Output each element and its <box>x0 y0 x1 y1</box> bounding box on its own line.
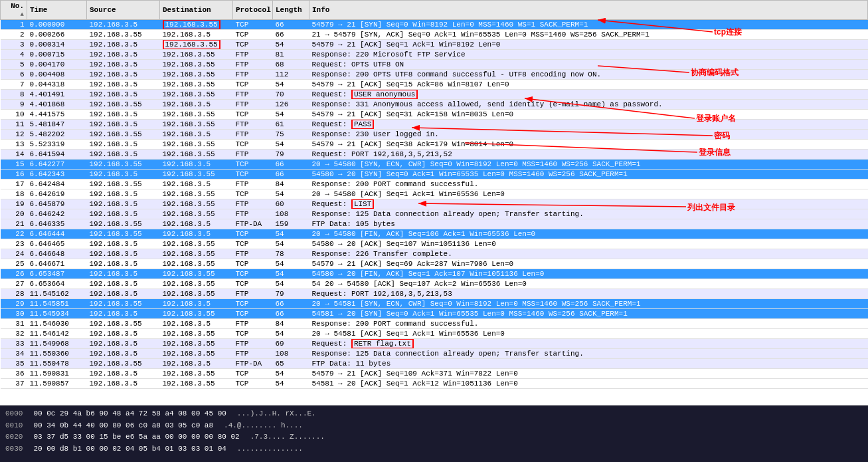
table-row[interactable]: 27 6.653664 192.168.3.5 192.168.3.55 TCP… <box>1 279 868 289</box>
pkt-dst: 192.168.3.55 <box>160 20 233 30</box>
pkt-dst: 192.168.3.5 <box>160 130 233 140</box>
pkt-src: 192.168.3.55 <box>87 359 160 369</box>
table-row[interactable]: 23 6.646465 192.168.3.5 192.168.3.55 TCP… <box>1 239 868 249</box>
pkt-src: 192.168.3.5 <box>87 249 160 259</box>
table-row[interactable]: 16 6.642343 192.168.3.5 192.168.3.55 TCP… <box>1 170 868 179</box>
pkt-dst: 192.168.3.55 <box>160 369 233 379</box>
table-row[interactable]: 24 6.646648 192.168.3.5 192.168.3.55 FTP… <box>1 249 868 259</box>
pkt-len: 108 <box>273 349 309 359</box>
table-row[interactable]: 5 0.004170 192.168.3.5 192.168.3.55 FTP … <box>1 60 868 70</box>
col-header-length[interactable]: Length <box>273 1 309 20</box>
table-row[interactable]: 8 4.401491 192.168.3.5 192.168.3.55 FTP … <box>1 90 868 100</box>
pkt-dst: 192.168.3.55 <box>160 40 233 50</box>
pkt-len: 54 <box>273 229 309 239</box>
pkt-dst: 192.168.3.5 <box>160 30 233 40</box>
table-row[interactable]: 17 6.642484 192.168.3.55 192.168.3.5 FTP… <box>1 179 868 189</box>
pkt-src: 192.168.3.55 <box>87 319 160 329</box>
pkt-src: 192.168.3.5 <box>87 110 160 120</box>
table-row[interactable]: 12 5.482202 192.168.3.55 192.168.3.5 FTP… <box>1 130 868 140</box>
pkt-time: 0.044318 <box>27 80 87 90</box>
col-header-source[interactable]: Source <box>87 1 160 20</box>
pkt-time: 11.590857 <box>27 379 87 389</box>
pkt-time: 0.000000 <box>27 20 87 30</box>
col-header-protocol[interactable]: Protocol <box>233 1 273 20</box>
packet-table-container[interactable]: No. ▲ Time Source Destination Protocol L… <box>0 0 868 405</box>
table-row[interactable]: 29 11.545851 192.168.3.55 192.168.3.5 TC… <box>1 299 868 309</box>
col-header-time[interactable]: Time <box>27 1 87 20</box>
pkt-info: 20 → 54580 [SYN, ECN, CWR] Seq=0 Win=819… <box>309 160 868 170</box>
pkt-len: 54 <box>273 369 309 379</box>
table-row[interactable]: 9 4.401868 192.168.3.55 192.168.3.5 FTP … <box>1 100 868 110</box>
table-row[interactable]: 22 6.646444 192.168.3.55 192.168.3.5 TCP… <box>1 229 868 239</box>
pkt-len: 126 <box>273 100 309 110</box>
table-row[interactable]: 34 11.550360 192.168.3.5 192.168.3.55 FT… <box>1 349 868 359</box>
pkt-time: 5.482202 <box>27 130 87 140</box>
table-row[interactable]: 1 0.000000 192.168.3.5 192.168.3.55 TCP … <box>1 20 868 30</box>
pkt-dst: 192.168.3.55 <box>160 90 233 100</box>
pkt-proto: FTP-DA <box>233 359 273 369</box>
pkt-no: 13 <box>1 140 27 150</box>
pkt-src: 192.168.3.5 <box>87 70 160 80</box>
pkt-src: 192.168.3.55 <box>87 160 160 170</box>
table-row[interactable]: 2 0.000266 192.168.3.55 192.168.3.5 TCP … <box>1 30 868 40</box>
pkt-time: 11.590831 <box>27 369 87 379</box>
pkt-no: 34 <box>1 349 27 359</box>
pkt-no: 6 <box>1 70 27 80</box>
pkt-time: 0.000715 <box>27 50 87 60</box>
pkt-proto: TCP <box>233 80 273 90</box>
table-row[interactable]: 14 6.641594 192.168.3.5 192.168.3.55 FTP… <box>1 150 868 160</box>
table-row[interactable]: 31 11.546030 192.168.3.55 192.168.3.5 FT… <box>1 319 868 329</box>
pkt-len: 66 <box>273 160 309 170</box>
pkt-time: 11.546142 <box>27 329 87 339</box>
pkt-dst: 192.168.3.5 <box>160 359 233 369</box>
table-row[interactable]: 26 6.653487 192.168.3.5 192.168.3.55 TCP… <box>1 269 868 279</box>
table-row[interactable]: 7 0.044318 192.168.3.5 192.168.3.55 TCP … <box>1 80 868 90</box>
table-row[interactable]: 33 11.549968 192.168.3.5 192.168.3.55 FT… <box>1 339 868 349</box>
table-row[interactable]: 3 0.000314 192.168.3.5 192.168.3.55 TCP … <box>1 40 868 50</box>
table-row[interactable]: 10 4.441575 192.168.3.5 192.168.3.55 TCP… <box>1 110 868 120</box>
table-row[interactable]: 35 11.550478 192.168.3.55 192.168.3.5 FT… <box>1 359 868 369</box>
pkt-proto: FTP <box>233 90 273 100</box>
pkt-info: Request: OPTS UTF8 ON <box>309 60 868 70</box>
pkt-no: 16 <box>1 170 27 179</box>
table-row[interactable]: 20 6.646242 192.168.3.5 192.168.3.55 FTP… <box>1 209 868 219</box>
table-row[interactable]: 15 6.642277 192.168.3.55 192.168.3.5 TCP… <box>1 160 868 170</box>
pkt-src: 192.168.3.55 <box>87 30 160 40</box>
table-row[interactable]: 11 5.481847 192.168.3.5 192.168.3.55 FTP… <box>1 120 868 130</box>
table-row[interactable]: 36 11.590831 192.168.3.5 192.168.3.55 TC… <box>1 369 868 379</box>
pkt-src: 192.168.3.5 <box>87 279 160 289</box>
pkt-src: 192.168.3.5 <box>87 289 160 299</box>
table-row[interactable]: 28 11.545162 192.168.3.5 192.168.3.55 FT… <box>1 289 868 299</box>
pkt-info: 21 → 54579 [SYN, ACK] Seq=0 Ack=1 Win=65… <box>309 30 868 40</box>
pkt-dst: 192.168.3.55 <box>160 60 233 70</box>
pkt-info: 20 → 54580 [FIN, ACK] Seq=106 Ack=1 Win=… <box>309 229 868 239</box>
table-row[interactable]: 4 0.000715 192.168.3.5 192.168.3.55 FTP … <box>1 50 868 60</box>
table-row[interactable]: 21 6.646335 192.168.3.55 192.168.3.5 FTP… <box>1 219 868 229</box>
pkt-time: 6.642484 <box>27 179 87 189</box>
pkt-proto: TCP <box>233 379 273 389</box>
pkt-proto: FTP <box>233 130 273 140</box>
hex-row: 001000 34 0b 44 40 00 80 06 c0 a8 03 05 … <box>5 420 863 432</box>
table-row[interactable]: 19 6.645879 192.168.3.5 192.168.3.55 FTP… <box>1 199 868 209</box>
pkt-info: Response: 125 Data connection already op… <box>309 349 868 359</box>
pkt-info: 54580 → 20 [ACK] Seq=107 Win=1051136 Len… <box>309 239 868 249</box>
table-row[interactable]: 37 11.590857 192.168.3.5 192.168.3.55 TC… <box>1 379 868 389</box>
table-row[interactable]: 25 6.646671 192.168.3.5 192.168.3.55 TCP… <box>1 259 868 269</box>
pkt-proto: FTP <box>233 120 273 130</box>
pkt-proto: TCP <box>233 189 273 199</box>
pkt-no: 19 <box>1 199 27 209</box>
pkt-proto: FTP <box>233 209 273 219</box>
col-header-no[interactable]: No. ▲ <box>1 1 27 20</box>
table-row[interactable]: 18 6.642619 192.168.3.5 192.168.3.55 TCP… <box>1 189 868 199</box>
pkt-len: 65 <box>273 359 309 369</box>
pkt-len: 54 <box>273 80 309 90</box>
col-header-destination[interactable]: Destination <box>160 1 233 20</box>
pkt-no: 29 <box>1 299 27 309</box>
col-header-info[interactable]: Info <box>309 1 868 20</box>
pkt-src: 192.168.3.55 <box>87 130 160 140</box>
table-row[interactable]: 32 11.546142 192.168.3.5 192.168.3.55 TC… <box>1 329 868 339</box>
table-row[interactable]: 30 11.545934 192.168.3.5 192.168.3.55 TC… <box>1 309 868 319</box>
table-row[interactable]: 13 5.523319 192.168.3.5 192.168.3.55 TCP… <box>1 140 868 150</box>
pkt-info: Request: PASS <box>309 120 868 130</box>
table-row[interactable]: 6 0.004408 192.168.3.5 192.168.3.55 FTP … <box>1 70 868 80</box>
